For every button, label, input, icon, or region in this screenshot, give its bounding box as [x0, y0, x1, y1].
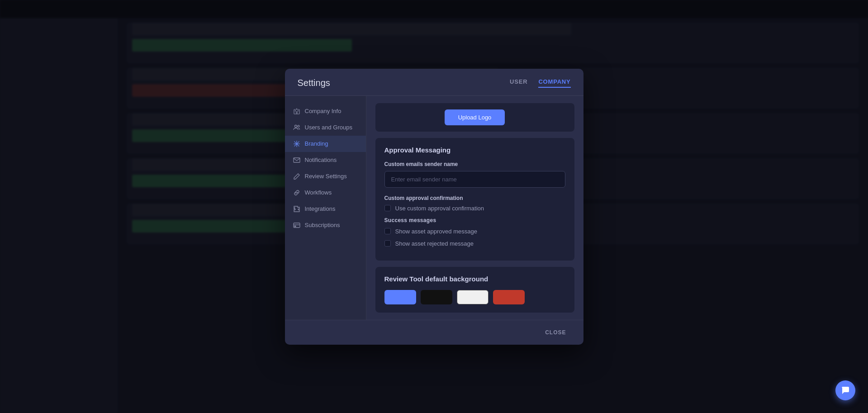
nav-item-users-groups[interactable]: Users and Groups — [285, 119, 366, 136]
puzzle-icon — [293, 205, 300, 213]
show-approved-checkbox[interactable] — [384, 228, 391, 234]
top-partial-button[interactable]: Upload Logo — [445, 109, 505, 125]
modal-tabs: USER COMPANY — [510, 78, 570, 88]
nav-item-branding[interactable]: Branding — [285, 136, 366, 152]
swatch-white[interactable] — [457, 290, 489, 304]
close-button[interactable]: CLOSE — [541, 327, 570, 338]
nav-label-notifications: Notifications — [305, 157, 337, 163]
nav-item-subscriptions[interactable]: Subscriptions — [285, 217, 366, 233]
snowflake-icon — [293, 140, 300, 147]
show-approved-label[interactable]: Show asset approved message — [395, 228, 477, 235]
svg-rect-1 — [296, 111, 298, 114]
show-approved-row: Show asset approved message — [384, 228, 565, 235]
swatch-red[interactable] — [493, 290, 525, 304]
approval-confirmation-row: Use custom approval confirmation — [384, 205, 565, 212]
modal-footer: CLOSE — [285, 320, 583, 345]
review-tool-title: Review Tool default background — [384, 275, 565, 283]
show-rejected-label[interactable]: Show asset rejected message — [395, 240, 474, 247]
card-icon — [293, 222, 300, 229]
approval-messaging-card: Approval Messaging Custom emails sender … — [375, 138, 574, 261]
success-messages-label: Success messages — [384, 217, 565, 223]
color-swatches — [384, 290, 565, 304]
sender-name-label: Custom emails sender name — [384, 161, 565, 167]
svg-point-11 — [296, 143, 297, 144]
approval-confirmation-checkbox-label[interactable]: Use custom approval confirmation — [395, 205, 484, 212]
svg-rect-4 — [298, 110, 299, 111]
settings-modal: Settings USER COMPANY Company Info — [285, 69, 583, 345]
show-rejected-checkbox[interactable] — [384, 240, 391, 247]
modal-content-area: Upload Logo Approval Messaging Custom em… — [366, 96, 583, 320]
sender-name-input[interactable] — [384, 171, 565, 188]
approval-confirmation-label: Custom approval confirmation — [384, 195, 565, 201]
tab-company[interactable]: COMPANY — [538, 78, 570, 88]
review-tool-card: Review Tool default background — [375, 267, 574, 313]
nav-item-review-settings[interactable]: Review Settings — [285, 168, 366, 185]
chat-icon — [841, 386, 850, 395]
nav-label-branding: Branding — [305, 140, 328, 147]
envelope-icon — [293, 157, 300, 164]
users-icon — [293, 124, 300, 131]
modal-title: Settings — [298, 78, 330, 88]
svg-point-5 — [294, 125, 297, 127]
show-rejected-row: Show asset rejected message — [384, 240, 565, 247]
nav-label-integrations: Integrations — [305, 205, 336, 212]
svg-point-6 — [298, 125, 299, 127]
nav-item-notifications[interactable]: Notifications — [285, 152, 366, 168]
approval-confirmation-checkbox[interactable] — [384, 205, 391, 211]
svg-rect-12 — [294, 158, 300, 162]
modal-body: Company Info Users and Groups — [285, 96, 583, 320]
svg-rect-3 — [295, 110, 296, 111]
nav-item-workflows[interactable]: Workflows — [285, 185, 366, 201]
nav-label-subscriptions: Subscriptions — [305, 222, 340, 228]
swatch-black[interactable] — [421, 290, 452, 304]
link-icon — [293, 189, 300, 196]
svg-rect-15 — [294, 226, 296, 227]
edit-icon — [293, 173, 300, 180]
nav-label-review-settings: Review Settings — [305, 173, 347, 180]
modal-header: Settings USER COMPANY — [285, 69, 583, 96]
nav-label-company-info: Company Info — [305, 108, 342, 114]
nav-item-company-info[interactable]: Company Info — [285, 103, 366, 119]
nav-label-users-groups: Users and Groups — [305, 124, 353, 131]
settings-nav: Company Info Users and Groups — [285, 96, 366, 320]
top-partial-card: Upload Logo — [375, 103, 574, 132]
swatch-blue[interactable] — [384, 290, 416, 304]
approval-messaging-title: Approval Messaging — [384, 146, 565, 154]
chat-bubble[interactable] — [835, 380, 855, 400]
tab-user[interactable]: USER — [510, 78, 527, 88]
nav-item-integrations[interactable]: Integrations — [285, 201, 366, 217]
nav-label-workflows: Workflows — [305, 189, 332, 196]
building-icon — [293, 108, 300, 115]
